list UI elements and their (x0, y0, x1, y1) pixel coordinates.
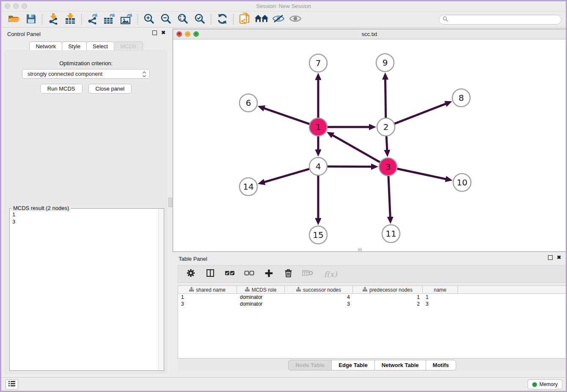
node-table[interactable]: shared nameMCDS rolesuccessor nodesprede… (178, 285, 566, 359)
table-cell[interactable]: 1 (353, 294, 423, 301)
show-columns-button[interactable] (205, 268, 215, 279)
table-cell[interactable]: 1 (423, 294, 458, 301)
destroy-table-button[interactable] (303, 268, 313, 279)
table-cell[interactable]: 1 (178, 294, 237, 301)
delete-column-button[interactable] (283, 268, 293, 279)
tab-network[interactable]: Network (29, 41, 62, 51)
window-title: Session: New Session (1, 3, 566, 9)
table-header-row: shared nameMCDS rolesuccessor nodesprede… (178, 286, 566, 294)
edge-3-1[interactable] (333, 135, 380, 162)
edge-2-8[interactable] (395, 104, 446, 124)
tab-select[interactable]: Select (86, 41, 114, 51)
table-cell[interactable]: 3 (178, 301, 237, 307)
column-header-successor-nodes[interactable]: successor nodes (285, 286, 353, 294)
graph-node-2[interactable]: 2 (377, 118, 395, 136)
table-cell[interactable]: dominator (237, 294, 285, 301)
edge-2-3[interactable] (386, 136, 387, 150)
refresh-view-button[interactable] (214, 13, 231, 26)
column-header-predecessor-nodes[interactable]: predecessor nodes (353, 286, 423, 294)
graph-node-15[interactable]: 15 (309, 226, 327, 244)
function-builder-button[interactable]: f(x) (322, 268, 339, 279)
columns-icon (206, 269, 215, 279)
graph-node-10[interactable]: 10 (453, 174, 471, 191)
control-panel-header: Control Panel ✖ (3, 28, 169, 39)
graph-node-14[interactable]: 14 (239, 178, 257, 196)
mcds-result-list[interactable]: 13 (10, 210, 158, 370)
vertical-splitter[interactable] (170, 28, 172, 375)
graph-node-9[interactable]: 9 (376, 54, 394, 72)
home-layout-icon (254, 14, 269, 25)
column-header-MCDS-role[interactable]: MCDS role (237, 286, 285, 294)
graph-node-11[interactable]: 11 (382, 225, 400, 243)
zoom-out-button[interactable] (157, 13, 174, 26)
export-image-button[interactable] (118, 13, 135, 26)
edge-4-3[interactable] (328, 166, 372, 167)
graph-node-4[interactable]: 4 (309, 157, 327, 175)
open-session-button[interactable] (6, 13, 22, 26)
float-table-panel-icon[interactable] (548, 255, 553, 260)
column-header-name[interactable]: name (423, 286, 458, 294)
edge-1-6[interactable] (264, 108, 309, 124)
network-canvas[interactable]: 7968124314101511 (173, 39, 566, 251)
hide-selected-button[interactable] (270, 13, 287, 26)
select-all-button[interactable] (225, 268, 235, 279)
memory-button[interactable]: Memory (528, 379, 562, 389)
column-tree-icon (245, 287, 250, 293)
close-panel-icon[interactable]: ✖ (161, 30, 165, 35)
toolbar-separator (211, 14, 211, 25)
canvas-splitter-grip[interactable] (358, 248, 362, 251)
edge-4-14[interactable] (264, 169, 309, 182)
tab-edge-table[interactable]: Edge Table (331, 360, 374, 370)
tab-node-table[interactable]: Node Table (288, 360, 332, 370)
edge-3-10[interactable] (397, 169, 446, 179)
hide-eye-icon (272, 14, 285, 25)
task-history-button[interactable] (6, 379, 18, 389)
graph-node-8[interactable]: 8 (452, 89, 470, 107)
table-cell[interactable]: 4 (285, 294, 353, 301)
graph-node-3[interactable]: 3 (379, 158, 397, 176)
close-panel-button[interactable]: Close panel (88, 84, 132, 94)
table-cell[interactable]: 3 (285, 301, 353, 307)
tab-motifs[interactable]: Motifs (426, 360, 456, 370)
graph-node-1[interactable]: 1 (309, 118, 327, 136)
table-row[interactable]: 3dominator323 (178, 301, 566, 307)
import-network-button[interactable] (45, 13, 62, 26)
show-all-button[interactable] (287, 13, 304, 26)
table-cell[interactable]: 2 (353, 301, 423, 307)
first-neighbors-button[interactable] (236, 13, 253, 26)
network-graph[interactable]: 7968124314101511 (173, 39, 566, 251)
import-table-button[interactable] (62, 13, 79, 26)
zoom-selected-button[interactable] (191, 13, 208, 26)
tab-mcds[interactable]: MCDS (114, 41, 143, 51)
graph-node-7[interactable]: 7 (309, 54, 327, 72)
criterion-dropdown[interactable]: strongly connected component (22, 69, 150, 79)
node-label: 15 (313, 230, 323, 240)
table-settings-button[interactable] (186, 268, 196, 279)
edge-2-9[interactable] (385, 79, 386, 118)
edge-3-11[interactable] (388, 176, 390, 217)
close-table-panel-icon[interactable]: ✖ (557, 255, 561, 260)
table-cell[interactable]: 3 (423, 301, 458, 307)
export-network-button[interactable] (84, 13, 101, 26)
zoom-fit-button[interactable] (174, 13, 191, 26)
tab-network-table[interactable]: Network Table (374, 360, 426, 370)
search-box[interactable] (439, 15, 561, 25)
run-mcds-button[interactable]: Run MCDS (40, 84, 83, 94)
result-scrollbar[interactable] (158, 209, 164, 370)
create-column-button[interactable] (264, 268, 274, 279)
export-table-button[interactable] (101, 13, 118, 26)
search-input[interactable] (449, 16, 561, 24)
table-cell[interactable]: dominator (237, 301, 285, 307)
column-header-shared-name[interactable]: shared name (178, 286, 237, 294)
zoom-in-button[interactable] (140, 13, 157, 26)
graph-node-6[interactable]: 6 (239, 94, 257, 112)
reset-layout-button[interactable] (253, 13, 270, 26)
splitter-grip[interactable] (168, 198, 172, 207)
save-session-button[interactable] (22, 13, 39, 26)
float-panel-icon[interactable] (152, 30, 157, 35)
fx-icon: f(x) (324, 270, 337, 279)
tab-style[interactable]: Style (62, 41, 87, 51)
table-row[interactable]: 1dominator411 (178, 294, 566, 301)
save-icon (26, 14, 36, 26)
deselect-all-button[interactable] (244, 268, 254, 279)
